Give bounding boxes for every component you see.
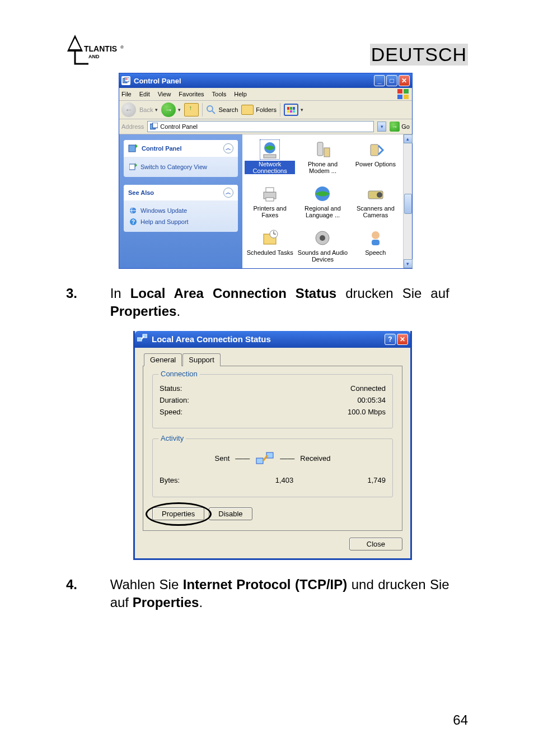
item-printers-faxes[interactable]: Printers and Faxes xyxy=(245,184,295,218)
svg-point-37 xyxy=(320,235,325,241)
scroll-up-icon[interactable]: ▴ xyxy=(404,134,413,143)
windows-update-label: Windows Update xyxy=(140,207,187,214)
menu-help[interactable]: Help xyxy=(234,91,247,97)
svg-rect-23 xyxy=(317,142,323,156)
go-label: Go xyxy=(401,123,410,130)
bytes-sent-value: 1,403 xyxy=(235,476,311,484)
globe-icon xyxy=(129,207,137,214)
menu-favorites[interactable]: Favorites xyxy=(179,91,204,97)
scroll-down-icon[interactable]: ▾ xyxy=(404,259,413,268)
svg-rect-25 xyxy=(371,144,378,156)
menu-edit[interactable]: Edit xyxy=(139,91,150,97)
svg-rect-7 xyxy=(397,89,402,94)
go-button[interactable]: → Go xyxy=(390,122,410,132)
group-connection: Connection Status: Connected Duration: 0… xyxy=(152,374,393,428)
help-button[interactable]: ? xyxy=(385,334,396,345)
control-panel-icon xyxy=(128,143,138,154)
properties-button[interactable]: Properties xyxy=(152,507,204,520)
folders-label: Folders xyxy=(256,106,277,113)
address-dropdown-icon[interactable]: ▾ xyxy=(377,122,386,132)
item-power-options[interactable]: Power Options xyxy=(350,140,401,174)
windows-update-link[interactable]: Windows Update xyxy=(129,205,232,216)
tab-support[interactable]: Support xyxy=(182,353,221,366)
printer-icon xyxy=(260,184,279,203)
address-label: Address xyxy=(121,123,144,130)
switch-category-view-link[interactable]: Switch to Category View xyxy=(129,161,232,172)
collapse-icon[interactable]: ︿ xyxy=(223,143,233,153)
activity-line: —— xyxy=(280,454,294,463)
forward-button[interactable]: → xyxy=(161,102,176,117)
addressbar: Address Control Panel ▾ → Go xyxy=(119,119,412,134)
svg-text:®: ® xyxy=(120,45,124,50)
item-label: Speech xyxy=(365,249,386,256)
power-icon xyxy=(366,140,385,159)
svg-point-11 xyxy=(207,106,213,111)
forward-dropdown-icon[interactable]: ▾ xyxy=(178,107,181,113)
control-panel-window: Control Panel _ □ ✕ File Edit View Favor… xyxy=(119,73,413,269)
svg-rect-16 xyxy=(129,164,135,170)
sidebar-panel-control-panel: Control Panel ︿ Switch to Category View xyxy=(124,140,238,177)
views-dropdown-icon[interactable]: ▾ xyxy=(301,107,303,113)
views-button[interactable] xyxy=(284,104,298,116)
help-support-label: Help and Support xyxy=(140,218,189,225)
switch-category-view-label: Switch to Category View xyxy=(140,164,207,170)
vertical-scrollbar[interactable]: ▴ ▾ xyxy=(403,134,412,268)
speaker-icon xyxy=(313,228,332,248)
dialog-title: Local Area Connection Status xyxy=(152,334,271,344)
back-dropdown-icon[interactable]: ▾ xyxy=(155,107,158,113)
step-number: 4. xyxy=(66,576,106,594)
close-button[interactable]: ✕ xyxy=(399,75,410,86)
collapse-icon[interactable]: ︿ xyxy=(223,188,233,198)
svg-rect-28 xyxy=(266,198,274,201)
received-label: Received xyxy=(300,454,330,463)
search-button[interactable]: Search xyxy=(206,105,238,115)
svg-rect-27 xyxy=(266,188,274,192)
maximize-button[interactable]: □ xyxy=(386,75,397,86)
control-panel-icon xyxy=(150,123,158,130)
svg-rect-24 xyxy=(324,148,330,157)
activity-line: —— xyxy=(235,454,250,463)
up-folder-button[interactable] xyxy=(184,103,199,116)
address-input[interactable]: Control Panel xyxy=(147,121,374,132)
control-panel-icon xyxy=(121,76,130,85)
close-button[interactable]: Close xyxy=(349,538,402,550)
item-sounds-audio[interactable]: Sounds and Audio Devices xyxy=(297,228,348,263)
menu-view[interactable]: View xyxy=(158,91,171,97)
address-value: Control Panel xyxy=(160,123,198,130)
help-support-link[interactable]: ? Help and Support xyxy=(129,216,232,227)
svg-point-31 xyxy=(377,192,382,198)
page-number: 64 xyxy=(453,712,468,728)
item-label: Phone and Modem ... xyxy=(297,161,348,174)
item-regional-language[interactable]: Regional and Language ... xyxy=(297,184,348,218)
item-network-connections[interactable]: Network Connections xyxy=(245,140,295,174)
language-label: DEUTSCH xyxy=(370,44,468,66)
search-icon xyxy=(206,105,216,115)
folders-button[interactable]: Folders xyxy=(241,105,277,115)
disable-button[interactable]: Disable xyxy=(209,507,252,520)
tabs: General Support xyxy=(144,353,402,366)
tab-general[interactable]: General xyxy=(144,353,182,366)
back-button[interactable]: ← xyxy=(121,102,136,117)
item-label: Scanners and Cameras xyxy=(350,205,401,218)
close-button[interactable]: ✕ xyxy=(397,334,408,345)
brand-logo: TLANTIS ® AND xyxy=(66,32,128,71)
item-label: Regional and Language ... xyxy=(297,205,348,218)
svg-line-12 xyxy=(212,111,215,114)
sidebar-panel-title: See Also xyxy=(128,189,154,196)
item-scanners-cameras[interactable]: Scanners and Cameras xyxy=(350,184,401,218)
minimize-button[interactable]: _ xyxy=(374,75,385,86)
scroll-thumb[interactable] xyxy=(404,194,412,214)
row-duration: Duration: 00:05:34 xyxy=(160,394,386,406)
svg-text:TLANTIS: TLANTIS xyxy=(84,44,117,53)
status-label: Status: xyxy=(160,384,182,393)
item-speech[interactable]: Speech xyxy=(350,228,401,263)
bytes-received-value: 1,749 xyxy=(310,476,386,484)
menu-file[interactable]: File xyxy=(121,91,132,97)
menu-tools[interactable]: Tools xyxy=(212,91,227,97)
item-scheduled-tasks[interactable]: Scheduled Tasks xyxy=(245,228,295,263)
network-icon xyxy=(137,333,147,345)
step-3-text: 3. In Local Area Connection Status druck… xyxy=(66,284,468,321)
item-label: Power Options xyxy=(355,161,396,167)
search-label: Search xyxy=(218,106,238,113)
item-phone-modem[interactable]: Phone and Modem ... xyxy=(297,140,348,174)
